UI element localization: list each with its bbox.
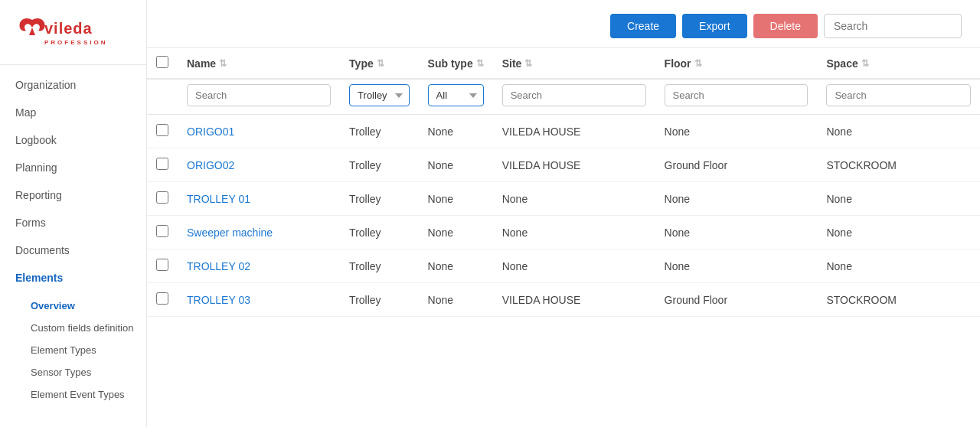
- create-button[interactable]: Create: [610, 14, 676, 38]
- row-name-cell: Sweeper machine: [178, 216, 340, 249]
- col-header-type[interactable]: Type ⇅: [340, 48, 418, 79]
- sidebar-item-elements[interactable]: Elements: [0, 264, 146, 292]
- row-checkbox-cell: [147, 283, 178, 317]
- row-space-cell: STOCKROOM: [817, 148, 980, 182]
- sidebar-item-organization[interactable]: Organization: [0, 71, 146, 99]
- col-header-site[interactable]: Site ⇅: [493, 48, 655, 79]
- row-checkbox-cell: [147, 115, 178, 148]
- row-site-cell: None: [493, 249, 655, 283]
- global-search-input[interactable]: [824, 14, 962, 38]
- row-site-cell: VILEDA HOUSE: [493, 115, 655, 148]
- filter-cell-name: [178, 79, 340, 115]
- col-header-name[interactable]: Name ⇅: [178, 48, 340, 79]
- sort-icon-space: ⇅: [861, 58, 869, 69]
- row-subtype-cell: None: [419, 182, 493, 216]
- row-name-link[interactable]: ORIGO01: [187, 125, 234, 138]
- row-floor-cell: Ground Floor: [655, 148, 818, 182]
- row-name-cell: TROLLEY 02: [178, 249, 340, 283]
- row-floor-cell: None: [655, 182, 818, 216]
- table-row: TROLLEY 03 Trolley None VILEDA HOUSE Gro…: [147, 283, 980, 317]
- filter-site-input[interactable]: [502, 84, 646, 106]
- col-header-floor[interactable]: Floor ⇅: [655, 48, 818, 79]
- row-name-link[interactable]: TROLLEY 03: [187, 294, 250, 306]
- subnav-item-element-event-types[interactable]: Element Event Types: [18, 383, 146, 406]
- row-subtype-cell: None: [419, 216, 493, 249]
- row-checkbox[interactable]: [156, 259, 168, 271]
- row-type-cell: Trolley: [340, 249, 418, 283]
- row-name-link[interactable]: TROLLEY 01: [187, 193, 250, 205]
- filter-name-input[interactable]: [187, 84, 331, 106]
- filter-row: Trolley All All: [147, 79, 980, 115]
- sort-icon-site: ⇅: [524, 58, 532, 69]
- filter-subtype-select[interactable]: All: [428, 84, 484, 106]
- filter-cell-subtype: All: [419, 79, 493, 115]
- row-type-cell: Trolley: [340, 115, 418, 148]
- row-name-link[interactable]: TROLLEY 02: [187, 260, 250, 272]
- sidebar-item-reporting[interactable]: Reporting: [0, 181, 146, 209]
- table-row: TROLLEY 02 Trolley None None None None: [147, 249, 980, 283]
- table-row: ORIGO01 Trolley None VILEDA HOUSE None N…: [147, 115, 980, 148]
- filter-cell-space: [817, 79, 980, 115]
- filter-type-select[interactable]: Trolley All: [349, 84, 409, 106]
- row-name-link[interactable]: Sweeper machine: [187, 227, 273, 239]
- export-button[interactable]: Export: [682, 14, 746, 38]
- sort-icon-type: ⇅: [377, 58, 384, 69]
- filter-space-input[interactable]: [826, 84, 971, 106]
- row-name-link[interactable]: ORIGO02: [187, 159, 234, 171]
- row-checkbox[interactable]: [156, 158, 168, 170]
- svg-text:PROFESSIONAL: PROFESSIONAL: [44, 39, 107, 46]
- col-header-space[interactable]: Space ⇅: [817, 48, 980, 79]
- select-all-header: [147, 48, 178, 79]
- col-header-subtype[interactable]: Sub type ⇅: [419, 48, 493, 79]
- sort-icon-subtype: ⇅: [476, 58, 484, 69]
- sort-icon-name: ⇅: [219, 58, 227, 69]
- sidebar-item-documents[interactable]: Documents: [0, 236, 146, 264]
- subnav-item-custom-fields[interactable]: Custom fields definition: [18, 317, 146, 339]
- row-type-cell: Trolley: [340, 216, 418, 249]
- sort-icon-floor: ⇅: [694, 58, 702, 69]
- delete-button[interactable]: Delete: [753, 14, 818, 38]
- row-floor-cell: None: [655, 216, 818, 249]
- row-name-cell: TROLLEY 01: [178, 182, 340, 216]
- subnav-item-element-types[interactable]: Element Types: [18, 339, 146, 361]
- row-checkbox[interactable]: [156, 124, 168, 136]
- row-space-cell: None: [817, 249, 980, 283]
- filter-floor-input[interactable]: [665, 84, 808, 106]
- filter-cell-site: [493, 79, 655, 115]
- row-checkbox[interactable]: [156, 191, 168, 204]
- select-all-checkbox[interactable]: [156, 56, 168, 68]
- row-type-cell: Trolley: [340, 148, 418, 182]
- sidebar-item-map[interactable]: Map: [0, 99, 146, 126]
- row-checkbox-cell: [147, 182, 178, 216]
- sidebar: vileda PROFESSIONAL Organization Map Log…: [0, 0, 147, 427]
- subnav-item-overview[interactable]: Overview: [18, 295, 146, 317]
- elements-subnav: Overview Custom fields definition Elemen…: [0, 292, 146, 409]
- sidebar-item-planning[interactable]: Planning: [0, 154, 146, 181]
- row-type-cell: Trolley: [340, 283, 418, 317]
- logo-area: vileda PROFESSIONAL: [0, 0, 146, 65]
- main-nav: Organization Map Logbook Planning Report…: [0, 65, 146, 427]
- main-content: Create Export Delete Name ⇅: [147, 0, 980, 427]
- row-subtype-cell: None: [419, 249, 493, 283]
- row-site-cell: VILEDA HOUSE: [493, 148, 655, 182]
- row-space-cell: None: [817, 216, 980, 249]
- filter-cell-type: Trolley All: [340, 79, 418, 115]
- row-space-cell: None: [817, 115, 980, 148]
- filter-checkbox-placeholder: [147, 79, 178, 115]
- row-site-cell: None: [493, 216, 655, 249]
- svg-text:vileda: vileda: [44, 20, 93, 37]
- row-space-cell: None: [817, 182, 980, 216]
- row-checkbox[interactable]: [156, 292, 168, 305]
- row-space-cell: STOCKROOM: [817, 283, 980, 317]
- row-checkbox-cell: [147, 249, 178, 283]
- filter-cell-floor: [655, 79, 818, 115]
- row-floor-cell: None: [655, 115, 818, 148]
- row-subtype-cell: None: [419, 115, 493, 148]
- sidebar-item-forms[interactable]: Forms: [0, 209, 146, 236]
- row-checkbox-cell: [147, 216, 178, 249]
- row-checkbox[interactable]: [156, 225, 168, 237]
- table-body: ORIGO01 Trolley None VILEDA HOUSE None N…: [147, 115, 980, 317]
- sidebar-item-logbook[interactable]: Logbook: [0, 126, 146, 154]
- row-site-cell: None: [493, 182, 655, 216]
- subnav-item-sensor-types[interactable]: Sensor Types: [18, 361, 146, 383]
